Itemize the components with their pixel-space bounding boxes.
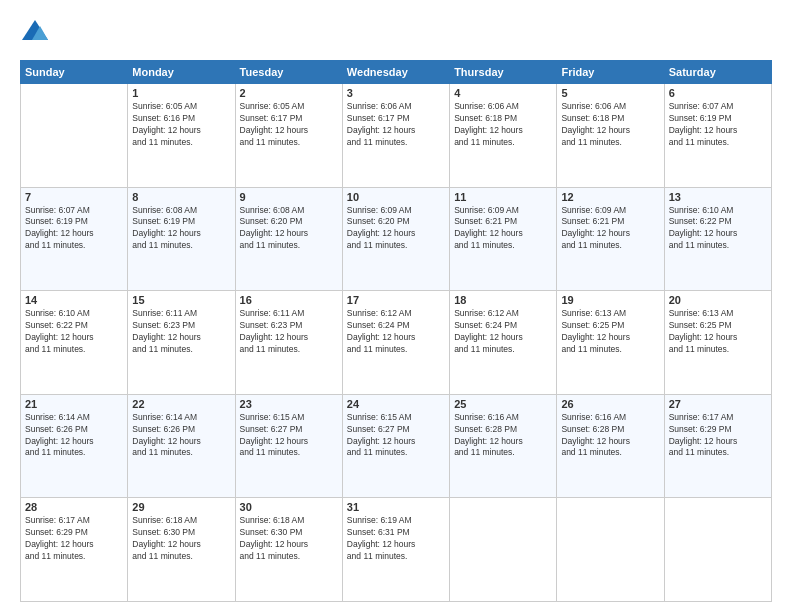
day-info: Sunrise: 6:17 AM Sunset: 6:29 PM Dayligh…: [25, 515, 123, 563]
day-number: 16: [240, 294, 338, 306]
day-info: Sunrise: 6:09 AM Sunset: 6:21 PM Dayligh…: [561, 205, 659, 253]
calendar-cell: 25Sunrise: 6:16 AM Sunset: 6:28 PM Dayli…: [450, 394, 557, 498]
calendar-week-row: 28Sunrise: 6:17 AM Sunset: 6:29 PM Dayli…: [21, 498, 772, 602]
day-info: Sunrise: 6:13 AM Sunset: 6:25 PM Dayligh…: [669, 308, 767, 356]
calendar-cell: 11Sunrise: 6:09 AM Sunset: 6:21 PM Dayli…: [450, 187, 557, 291]
day-info: Sunrise: 6:07 AM Sunset: 6:19 PM Dayligh…: [669, 101, 767, 149]
calendar-weekday-thursday: Thursday: [450, 61, 557, 84]
calendar-cell: 20Sunrise: 6:13 AM Sunset: 6:25 PM Dayli…: [664, 291, 771, 395]
day-number: 26: [561, 398, 659, 410]
calendar-cell: 19Sunrise: 6:13 AM Sunset: 6:25 PM Dayli…: [557, 291, 664, 395]
calendar-cell: 16Sunrise: 6:11 AM Sunset: 6:23 PM Dayli…: [235, 291, 342, 395]
day-info: Sunrise: 6:08 AM Sunset: 6:20 PM Dayligh…: [240, 205, 338, 253]
day-number: 23: [240, 398, 338, 410]
day-number: 18: [454, 294, 552, 306]
calendar-weekday-saturday: Saturday: [664, 61, 771, 84]
day-number: 12: [561, 191, 659, 203]
day-number: 5: [561, 87, 659, 99]
day-info: Sunrise: 6:11 AM Sunset: 6:23 PM Dayligh…: [240, 308, 338, 356]
calendar-cell: 10Sunrise: 6:09 AM Sunset: 6:20 PM Dayli…: [342, 187, 449, 291]
calendar-cell: [557, 498, 664, 602]
day-number: 15: [132, 294, 230, 306]
day-info: Sunrise: 6:14 AM Sunset: 6:26 PM Dayligh…: [132, 412, 230, 460]
header: [20, 18, 772, 48]
calendar-header-row: SundayMondayTuesdayWednesdayThursdayFrid…: [21, 61, 772, 84]
day-number: 4: [454, 87, 552, 99]
logo-icon: [20, 18, 50, 48]
day-info: Sunrise: 6:07 AM Sunset: 6:19 PM Dayligh…: [25, 205, 123, 253]
day-number: 31: [347, 501, 445, 513]
day-info: Sunrise: 6:09 AM Sunset: 6:21 PM Dayligh…: [454, 205, 552, 253]
day-number: 7: [25, 191, 123, 203]
day-number: 22: [132, 398, 230, 410]
day-number: 14: [25, 294, 123, 306]
calendar-cell: 23Sunrise: 6:15 AM Sunset: 6:27 PM Dayli…: [235, 394, 342, 498]
day-number: 24: [347, 398, 445, 410]
calendar-week-row: 1Sunrise: 6:05 AM Sunset: 6:16 PM Daylig…: [21, 84, 772, 188]
day-number: 8: [132, 191, 230, 203]
day-info: Sunrise: 6:15 AM Sunset: 6:27 PM Dayligh…: [347, 412, 445, 460]
calendar-cell: 18Sunrise: 6:12 AM Sunset: 6:24 PM Dayli…: [450, 291, 557, 395]
calendar-week-row: 21Sunrise: 6:14 AM Sunset: 6:26 PM Dayli…: [21, 394, 772, 498]
calendar-cell: 14Sunrise: 6:10 AM Sunset: 6:22 PM Dayli…: [21, 291, 128, 395]
calendar-cell: 27Sunrise: 6:17 AM Sunset: 6:29 PM Dayli…: [664, 394, 771, 498]
calendar-cell: [21, 84, 128, 188]
day-info: Sunrise: 6:18 AM Sunset: 6:30 PM Dayligh…: [132, 515, 230, 563]
day-info: Sunrise: 6:12 AM Sunset: 6:24 PM Dayligh…: [454, 308, 552, 356]
day-info: Sunrise: 6:14 AM Sunset: 6:26 PM Dayligh…: [25, 412, 123, 460]
calendar-cell: [664, 498, 771, 602]
day-number: 21: [25, 398, 123, 410]
day-info: Sunrise: 6:06 AM Sunset: 6:18 PM Dayligh…: [561, 101, 659, 149]
calendar-cell: 8Sunrise: 6:08 AM Sunset: 6:19 PM Daylig…: [128, 187, 235, 291]
calendar-cell: [450, 498, 557, 602]
day-number: 10: [347, 191, 445, 203]
calendar-cell: 17Sunrise: 6:12 AM Sunset: 6:24 PM Dayli…: [342, 291, 449, 395]
day-number: 9: [240, 191, 338, 203]
day-number: 1: [132, 87, 230, 99]
calendar-table: SundayMondayTuesdayWednesdayThursdayFrid…: [20, 60, 772, 602]
calendar-cell: 7Sunrise: 6:07 AM Sunset: 6:19 PM Daylig…: [21, 187, 128, 291]
calendar-cell: 12Sunrise: 6:09 AM Sunset: 6:21 PM Dayli…: [557, 187, 664, 291]
day-info: Sunrise: 6:06 AM Sunset: 6:17 PM Dayligh…: [347, 101, 445, 149]
day-info: Sunrise: 6:05 AM Sunset: 6:16 PM Dayligh…: [132, 101, 230, 149]
day-number: 29: [132, 501, 230, 513]
day-info: Sunrise: 6:19 AM Sunset: 6:31 PM Dayligh…: [347, 515, 445, 563]
day-number: 19: [561, 294, 659, 306]
day-info: Sunrise: 6:16 AM Sunset: 6:28 PM Dayligh…: [454, 412, 552, 460]
calendar-weekday-tuesday: Tuesday: [235, 61, 342, 84]
calendar-cell: 31Sunrise: 6:19 AM Sunset: 6:31 PM Dayli…: [342, 498, 449, 602]
day-number: 13: [669, 191, 767, 203]
day-number: 25: [454, 398, 552, 410]
calendar-cell: 4Sunrise: 6:06 AM Sunset: 6:18 PM Daylig…: [450, 84, 557, 188]
day-number: 20: [669, 294, 767, 306]
calendar-cell: 1Sunrise: 6:05 AM Sunset: 6:16 PM Daylig…: [128, 84, 235, 188]
calendar-cell: 22Sunrise: 6:14 AM Sunset: 6:26 PM Dayli…: [128, 394, 235, 498]
calendar-cell: 9Sunrise: 6:08 AM Sunset: 6:20 PM Daylig…: [235, 187, 342, 291]
day-info: Sunrise: 6:10 AM Sunset: 6:22 PM Dayligh…: [669, 205, 767, 253]
calendar-weekday-monday: Monday: [128, 61, 235, 84]
calendar-cell: 6Sunrise: 6:07 AM Sunset: 6:19 PM Daylig…: [664, 84, 771, 188]
calendar-week-row: 14Sunrise: 6:10 AM Sunset: 6:22 PM Dayli…: [21, 291, 772, 395]
calendar-cell: 21Sunrise: 6:14 AM Sunset: 6:26 PM Dayli…: [21, 394, 128, 498]
day-number: 30: [240, 501, 338, 513]
day-info: Sunrise: 6:17 AM Sunset: 6:29 PM Dayligh…: [669, 412, 767, 460]
calendar-cell: 30Sunrise: 6:18 AM Sunset: 6:30 PM Dayli…: [235, 498, 342, 602]
day-info: Sunrise: 6:16 AM Sunset: 6:28 PM Dayligh…: [561, 412, 659, 460]
day-info: Sunrise: 6:06 AM Sunset: 6:18 PM Dayligh…: [454, 101, 552, 149]
calendar-cell: 2Sunrise: 6:05 AM Sunset: 6:17 PM Daylig…: [235, 84, 342, 188]
page: SundayMondayTuesdayWednesdayThursdayFrid…: [0, 0, 792, 612]
day-number: 17: [347, 294, 445, 306]
day-info: Sunrise: 6:13 AM Sunset: 6:25 PM Dayligh…: [561, 308, 659, 356]
calendar-cell: 29Sunrise: 6:18 AM Sunset: 6:30 PM Dayli…: [128, 498, 235, 602]
day-info: Sunrise: 6:15 AM Sunset: 6:27 PM Dayligh…: [240, 412, 338, 460]
day-number: 11: [454, 191, 552, 203]
day-info: Sunrise: 6:12 AM Sunset: 6:24 PM Dayligh…: [347, 308, 445, 356]
day-number: 27: [669, 398, 767, 410]
day-number: 28: [25, 501, 123, 513]
day-number: 3: [347, 87, 445, 99]
day-info: Sunrise: 6:11 AM Sunset: 6:23 PM Dayligh…: [132, 308, 230, 356]
calendar-cell: 24Sunrise: 6:15 AM Sunset: 6:27 PM Dayli…: [342, 394, 449, 498]
calendar-weekday-sunday: Sunday: [21, 61, 128, 84]
calendar-weekday-wednesday: Wednesday: [342, 61, 449, 84]
day-number: 2: [240, 87, 338, 99]
